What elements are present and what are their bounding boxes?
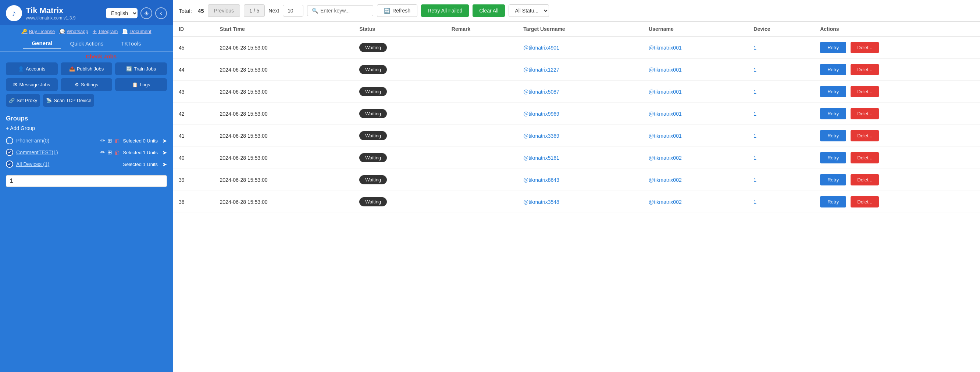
- device-link[interactable]: 1: [754, 67, 756, 73]
- cell-status: Waiting: [353, 81, 446, 103]
- group-input-box[interactable]: 1: [6, 175, 167, 187]
- document-link[interactable]: 📄 Document: [122, 28, 151, 34]
- train-jobs-button[interactable]: 🔄 Train Jobs: [115, 62, 167, 75]
- message-jobs-button[interactable]: ✉ Message Jobs: [6, 78, 58, 91]
- per-page-select[interactable]: 10 20 50: [283, 5, 303, 16]
- cell-id: 45: [173, 37, 214, 59]
- search-input[interactable]: [320, 8, 369, 14]
- retry-button[interactable]: Retry: [820, 196, 846, 207]
- cell-username: @tikmatrix001: [643, 59, 748, 81]
- target-username-link[interactable]: @tikmatrix8643: [523, 177, 559, 183]
- clear-all-button[interactable]: Clear All: [473, 5, 505, 17]
- total-value: 45: [198, 8, 204, 14]
- tab-tktools[interactable]: TKTools: [112, 38, 150, 49]
- publish-jobs-button[interactable]: 📤 Publish Jobs: [60, 62, 113, 75]
- total-label: Total:: [179, 8, 192, 14]
- grid-group-icon[interactable]: ⊞: [107, 137, 112, 144]
- delete-button[interactable]: Delet...: [851, 42, 879, 53]
- logs-button[interactable]: 📋 Logs: [115, 78, 167, 91]
- delete-group-icon[interactable]: 🗑: [115, 137, 120, 144]
- delete-button[interactable]: Delet...: [851, 174, 879, 185]
- tab-quick-actions[interactable]: Quick Actions: [61, 38, 112, 49]
- delete-group-icon[interactable]: 🗑: [115, 149, 120, 156]
- group-name-alldevices[interactable]: All Devices (1): [16, 161, 120, 167]
- group-checkbox-phonefarm[interactable]: [6, 137, 13, 144]
- retry-button[interactable]: Retry: [820, 152, 846, 163]
- accounts-button[interactable]: 👤 Accounts: [6, 62, 58, 75]
- cell-device: 1: [748, 169, 814, 191]
- tab-general[interactable]: General: [23, 38, 61, 49]
- retry-button[interactable]: Retry: [820, 108, 846, 119]
- previous-button[interactable]: Previous: [208, 5, 240, 17]
- retry-button[interactable]: Retry: [820, 130, 846, 141]
- retry-button[interactable]: Retry: [820, 42, 846, 53]
- retry-button[interactable]: Retry: [820, 64, 846, 75]
- group-arrow-phonefarm[interactable]: ➤: [162, 137, 167, 144]
- target-username-link[interactable]: @tikmatrix5087: [523, 89, 559, 95]
- delete-button[interactable]: Delet...: [851, 64, 879, 75]
- delete-button[interactable]: Delet...: [851, 130, 879, 141]
- language-select[interactable]: English: [106, 8, 138, 18]
- target-username-link[interactable]: @tikmatrix5161: [523, 155, 559, 161]
- settings-button[interactable]: ⚙ Settings: [60, 78, 113, 91]
- delete-button[interactable]: Delet...: [851, 196, 879, 207]
- target-username-link[interactable]: @tikmatrix3548: [523, 199, 559, 205]
- username-link[interactable]: @tikmatrix001: [649, 111, 682, 117]
- group-name-commenttest[interactable]: CommentTEST(1): [16, 149, 97, 155]
- refresh-button[interactable]: 🔄 Refresh: [377, 5, 417, 17]
- col-header-start-time: Start Time: [214, 22, 354, 37]
- cell-actions: Retry Delet...: [814, 191, 980, 213]
- status-badge: Waiting: [359, 65, 387, 74]
- status-filter-select[interactable]: All Statu...: [509, 5, 549, 17]
- grid-group-icon[interactable]: ⊞: [107, 149, 112, 156]
- target-username-link[interactable]: @tikmatrix4901: [523, 45, 559, 51]
- col-header-username: Username: [643, 22, 748, 37]
- device-link[interactable]: 1: [754, 177, 756, 183]
- group-arrow-commenttest[interactable]: ➤: [162, 149, 167, 156]
- add-group-button[interactable]: + Add Group: [6, 125, 35, 131]
- cell-remark: [446, 147, 517, 169]
- cell-status: Waiting: [353, 125, 446, 147]
- group-checkbox-alldevices[interactable]: [6, 160, 13, 168]
- cell-status: Waiting: [353, 147, 446, 169]
- device-link[interactable]: 1: [754, 155, 756, 161]
- table-row: 38 2024-06-28 15:53:00 Waiting @tikmatri…: [173, 191, 980, 213]
- group-name-phonefarm[interactable]: PhoneFarm(0): [16, 138, 97, 144]
- username-link[interactable]: @tikmatrix001: [649, 67, 682, 73]
- device-link[interactable]: 1: [754, 133, 756, 139]
- telegram-link[interactable]: ✈ Telegram: [93, 28, 118, 34]
- scan-tcp-device-button[interactable]: 📡 Scan TCP Device: [43, 94, 94, 107]
- username-link[interactable]: @tikmatrix001: [649, 45, 682, 51]
- theme-toggle-button[interactable]: ☀: [140, 7, 152, 19]
- col-header-device: Device: [748, 22, 814, 37]
- retry-button[interactable]: Retry: [820, 86, 846, 97]
- retry-all-failed-button[interactable]: Retry All Failed: [421, 5, 469, 17]
- group-arrow-alldevices[interactable]: ➤: [162, 161, 167, 168]
- edit-group-icon[interactable]: ✏: [100, 149, 105, 156]
- target-username-link[interactable]: @tikmatrix1227: [523, 67, 559, 73]
- target-username-link[interactable]: @tikmatrix3369: [523, 133, 559, 139]
- username-link[interactable]: @tikmatrix001: [649, 133, 682, 139]
- retry-button[interactable]: Retry: [820, 174, 846, 185]
- whatsapp-link[interactable]: 💬 Whatsapp: [59, 28, 88, 34]
- username-link[interactable]: @tikmatrix002: [649, 177, 682, 183]
- username-link[interactable]: @tikmatrix001: [649, 89, 682, 95]
- device-link[interactable]: 1: [754, 111, 756, 117]
- target-username-link[interactable]: @tikmatrix9969: [523, 111, 559, 117]
- cell-device: 1: [748, 59, 814, 81]
- collapse-sidebar-button[interactable]: ‹: [155, 7, 167, 19]
- device-link[interactable]: 1: [754, 199, 756, 205]
- username-link[interactable]: @tikmatrix002: [649, 199, 682, 205]
- delete-button[interactable]: Delet...: [851, 108, 879, 119]
- delete-button[interactable]: Delet...: [851, 152, 879, 163]
- username-link[interactable]: @tikmatrix002: [649, 155, 682, 161]
- cell-start-time: 2024-06-28 15:53:00: [214, 103, 354, 125]
- delete-button[interactable]: Delet...: [851, 86, 879, 97]
- device-link[interactable]: 1: [754, 45, 756, 51]
- buy-license-link[interactable]: 🔑 Buy License: [21, 28, 55, 34]
- group-checkbox-commenttest[interactable]: [6, 149, 13, 156]
- device-link[interactable]: 1: [754, 89, 756, 95]
- cell-id: 43: [173, 81, 214, 103]
- edit-group-icon[interactable]: ✏: [100, 137, 105, 144]
- set-proxy-button[interactable]: 🔗 Set Proxy: [6, 94, 40, 107]
